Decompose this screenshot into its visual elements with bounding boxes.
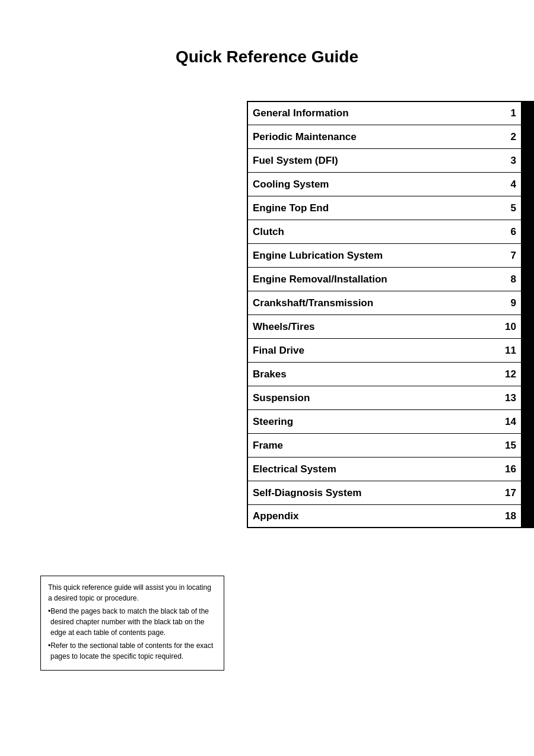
toc-item-label: Suspension bbox=[248, 386, 497, 409]
toc-item[interactable]: Suspension13 bbox=[247, 386, 534, 409]
toc-item-label: Cooling System bbox=[248, 173, 497, 196]
toc-item-label: Engine Top End bbox=[248, 196, 497, 220]
toc-item-label: Self-Diagnosis System bbox=[248, 481, 497, 504]
toc-item-number: 1 bbox=[497, 102, 521, 125]
toc-item-label: Final Drive bbox=[248, 339, 497, 362]
toc-item-label: Periodic Maintenance bbox=[248, 125, 497, 148]
toc-item-number: 17 bbox=[497, 481, 521, 504]
toc-item-number: 3 bbox=[497, 149, 521, 172]
toc-item[interactable]: Crankshaft/Transmission9 bbox=[247, 291, 534, 315]
toc-item-tab bbox=[521, 434, 533, 457]
toc-item-label: Clutch bbox=[248, 220, 497, 243]
toc-item[interactable]: Periodic Maintenance2 bbox=[247, 125, 534, 148]
toc-item[interactable]: Frame15 bbox=[247, 433, 534, 457]
toc-item-number: 15 bbox=[497, 434, 521, 457]
toc-item[interactable]: Brakes12 bbox=[247, 362, 534, 386]
sidebar-note: This quick reference guide will assist y… bbox=[40, 576, 224, 671]
toc-item-number: 7 bbox=[497, 244, 521, 267]
toc-item-number: 10 bbox=[497, 315, 521, 338]
toc-item[interactable]: Electrical System16 bbox=[247, 457, 534, 481]
toc-item-tab bbox=[521, 291, 533, 315]
toc-item[interactable]: Engine Top End5 bbox=[247, 196, 534, 220]
toc-item-tab bbox=[521, 315, 533, 338]
toc-item-label: Engine Lubrication System bbox=[248, 244, 497, 267]
toc-item[interactable]: Final Drive11 bbox=[247, 338, 534, 362]
toc-item-tab bbox=[521, 125, 533, 148]
toc-item[interactable]: Engine Removal/Installation8 bbox=[247, 267, 534, 291]
toc-item-tab bbox=[521, 505, 533, 527]
toc-item-number: 8 bbox=[497, 268, 521, 291]
toc-item-tab bbox=[521, 268, 533, 291]
sidebar-note-bullet1: •Bend the pages back to match the black … bbox=[48, 606, 217, 638]
toc-item[interactable]: Appendix18 bbox=[247, 504, 534, 528]
sidebar-note-bullet2: •Refer to the sectional table of content… bbox=[48, 640, 217, 662]
toc-item-tab bbox=[521, 173, 533, 196]
toc-item[interactable]: General Information1 bbox=[247, 101, 534, 125]
toc-item[interactable]: Engine Lubrication System7 bbox=[247, 243, 534, 267]
toc-item-number: 2 bbox=[497, 125, 521, 148]
toc-item[interactable]: Clutch6 bbox=[247, 220, 534, 243]
toc-item-number: 6 bbox=[497, 220, 521, 243]
toc-item-number: 13 bbox=[497, 386, 521, 409]
toc-item-number: 4 bbox=[497, 173, 521, 196]
toc-item-tab bbox=[521, 410, 533, 433]
toc-item-number: 16 bbox=[497, 458, 521, 481]
toc-item[interactable]: Cooling System4 bbox=[247, 172, 534, 196]
toc-item-label: Appendix bbox=[248, 505, 497, 527]
toc-item-label: Fuel System (DFI) bbox=[248, 149, 497, 172]
toc-item-label: Brakes bbox=[248, 363, 497, 386]
toc-item-label: Frame bbox=[248, 434, 497, 457]
toc-item[interactable]: Self-Diagnosis System17 bbox=[247, 481, 534, 504]
toc-item-label: Wheels/Tires bbox=[248, 315, 497, 338]
toc-item-tab bbox=[521, 196, 533, 220]
toc-item-tab bbox=[521, 363, 533, 386]
toc-item-number: 12 bbox=[497, 363, 521, 386]
toc-item-tab bbox=[521, 102, 533, 125]
toc-item-label: Crankshaft/Transmission bbox=[248, 291, 497, 315]
toc-item-number: 11 bbox=[497, 339, 521, 362]
sidebar-note-line1: This quick reference guide will assist y… bbox=[48, 582, 217, 603]
toc-item-number: 18 bbox=[497, 505, 521, 527]
toc-container: General Information1Periodic Maintenance… bbox=[247, 101, 534, 528]
toc-item-number: 14 bbox=[497, 410, 521, 433]
toc-item[interactable]: Steering14 bbox=[247, 409, 534, 433]
toc-item-label: General Information bbox=[248, 102, 497, 125]
page-title: Quick Reference Guide bbox=[0, 0, 534, 96]
toc-item-label: Steering bbox=[248, 410, 497, 433]
toc-item-tab bbox=[521, 339, 533, 362]
toc-item-tab bbox=[521, 458, 533, 481]
toc-item-label: Engine Removal/Installation bbox=[248, 268, 497, 291]
toc-item-tab bbox=[521, 481, 533, 504]
toc-item-number: 9 bbox=[497, 291, 521, 315]
toc-item-tab bbox=[521, 244, 533, 267]
toc-item-tab bbox=[521, 149, 533, 172]
toc-item[interactable]: Wheels/Tires10 bbox=[247, 315, 534, 338]
toc-item-tab bbox=[521, 386, 533, 409]
toc-item-label: Electrical System bbox=[248, 458, 497, 481]
toc-item[interactable]: Fuel System (DFI)3 bbox=[247, 148, 534, 172]
toc-item-tab bbox=[521, 220, 533, 243]
toc-item-number: 5 bbox=[497, 196, 521, 220]
